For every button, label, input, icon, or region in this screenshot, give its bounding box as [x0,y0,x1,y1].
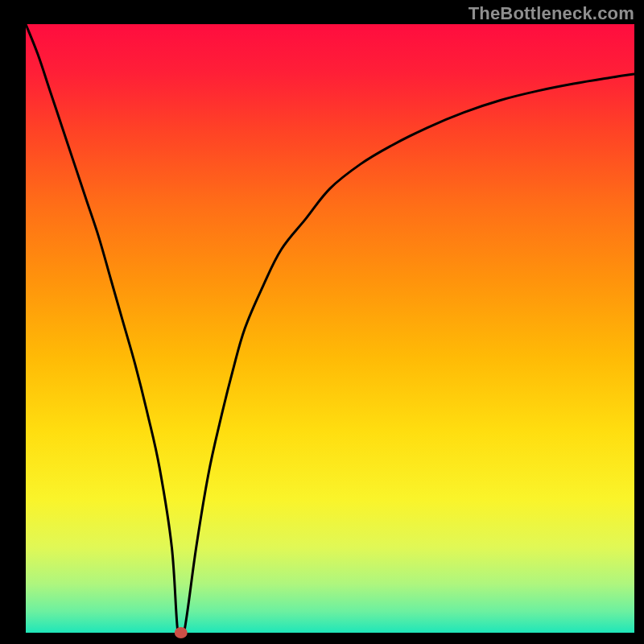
bottleneck-chart [0,0,644,644]
watermark-text: TheBottleneck.com [469,3,634,24]
chart-container: TheBottleneck.com [0,0,644,644]
optimal-point-marker [175,627,188,638]
plot-background [26,24,634,633]
